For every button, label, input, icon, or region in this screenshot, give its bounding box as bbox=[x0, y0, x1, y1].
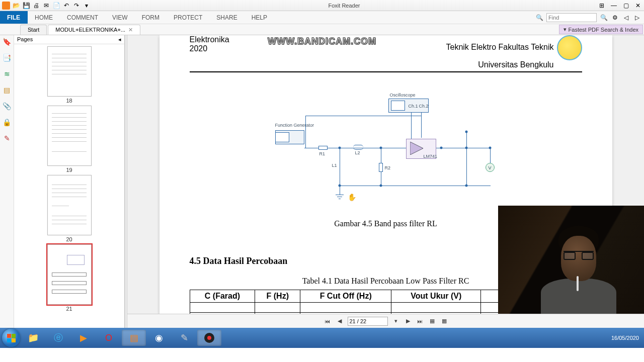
thumb-label: 18 bbox=[47, 98, 92, 104]
thumbnail[interactable] bbox=[47, 244, 92, 305]
task-chrome[interactable]: ◉ bbox=[147, 330, 171, 346]
undo-icon[interactable]: ↶ bbox=[62, 2, 70, 10]
tab-share[interactable]: SHARE bbox=[209, 11, 244, 24]
tab-protect[interactable]: PROTECT bbox=[167, 11, 209, 24]
minimize-icon[interactable]: — bbox=[610, 2, 618, 10]
attachments-icon[interactable]: 📎 bbox=[3, 102, 12, 111]
window-title: Foxit Reader bbox=[91, 3, 598, 9]
doc-tab-modul[interactable]: MODUL+ELEKTRONIKA+... ✕ bbox=[48, 25, 140, 35]
prev-page-icon[interactable]: ◀ bbox=[336, 317, 344, 325]
task-pdf[interactable]: ▤ bbox=[122, 330, 146, 346]
last-page-icon[interactable]: ⏭ bbox=[416, 317, 424, 325]
print-icon[interactable]: 🖨 bbox=[32, 2, 40, 10]
label-l1: L1 bbox=[332, 163, 337, 168]
task-wmp[interactable]: ▶ bbox=[71, 330, 96, 346]
th-fcut: F Cut Off (Hz) bbox=[300, 290, 391, 303]
task-ie[interactable]: ⓔ bbox=[46, 330, 70, 346]
layers-icon[interactable]: ≋ bbox=[3, 69, 12, 78]
thumb-label: 19 bbox=[47, 167, 92, 173]
find-input[interactable] bbox=[546, 13, 597, 22]
left-toolbar: 🔖 📑 ≋ ▤ 📎 🔒 ✎ bbox=[0, 35, 14, 328]
search-icon[interactable]: 🔍 bbox=[535, 14, 543, 22]
th-voutukur: Vout Ukur (V) bbox=[391, 290, 481, 303]
label-oscilloscope: Oscilloscope bbox=[390, 93, 416, 98]
close-tab-icon[interactable]: ✕ bbox=[128, 27, 133, 33]
tab-help[interactable]: HELP bbox=[245, 11, 274, 24]
tab-form[interactable]: FORM bbox=[135, 11, 167, 24]
tab-file[interactable]: FILE bbox=[0, 11, 28, 24]
document-tab-bar: Start MODUL+ELEKTRONIKA+... ✕ ▾ Fastest … bbox=[0, 24, 644, 35]
system-tray[interactable]: 16/05/2020 bbox=[611, 335, 642, 341]
doc-header: Elektronika 2020 Teknik Elektro Fakultas… bbox=[190, 35, 582, 72]
close-window-icon[interactable]: ✕ bbox=[634, 2, 642, 10]
app-icon bbox=[2, 2, 10, 10]
tab-comment[interactable]: COMMENT bbox=[60, 11, 105, 24]
view-mode2-icon[interactable]: ▩ bbox=[440, 317, 448, 325]
prev-result-icon[interactable]: ◁ bbox=[622, 14, 630, 22]
view-mode1-icon[interactable]: ▦ bbox=[428, 317, 436, 325]
watermark: WWW.BANDICAM.COM bbox=[268, 36, 376, 47]
th-f: F (Hz) bbox=[255, 290, 300, 303]
label-ch1: Ch.1 bbox=[409, 104, 418, 109]
thumb-18[interactable]: 18 bbox=[47, 46, 92, 104]
email-icon[interactable]: ✉ bbox=[42, 2, 50, 10]
tab-view[interactable]: VIEW bbox=[105, 11, 135, 24]
taskbar: 📁 ⓔ ▶ O ▤ ◉ ✎ 16/05/2020 bbox=[0, 328, 644, 348]
thumb-21[interactable]: 21 bbox=[47, 244, 92, 312]
next-result-icon[interactable]: ▷ bbox=[633, 14, 641, 22]
hdr-subject: Elektronika bbox=[190, 35, 229, 44]
tab-home[interactable]: HOME bbox=[28, 11, 60, 24]
thumbnail-list[interactable]: 18 19 20 21 bbox=[14, 44, 124, 328]
bookmark-icon[interactable]: 🔖 bbox=[3, 37, 12, 46]
task-bandicam[interactable] bbox=[197, 330, 221, 346]
maximize-icon[interactable]: ▢ bbox=[622, 2, 630, 10]
circuit-schematic: Oscilloscope Ch.1 Ch.2 Function Generato… bbox=[275, 93, 497, 213]
gear-icon[interactable]: ⚙ bbox=[611, 14, 619, 22]
doc-tab-start[interactable]: Start bbox=[20, 25, 47, 35]
thumbnail[interactable] bbox=[47, 46, 92, 97]
hdr-faculty: Teknik Elektro Fakultas Teknik bbox=[446, 43, 553, 51]
doc-tab-start-label: Start bbox=[28, 27, 39, 33]
comments-icon[interactable]: ▤ bbox=[3, 85, 12, 95]
find-go-icon[interactable]: 🔍 bbox=[600, 14, 608, 22]
collapse-panel-icon[interactable]: ◂ bbox=[118, 36, 121, 43]
save-icon[interactable]: 💾 bbox=[22, 2, 30, 10]
thumbnail[interactable] bbox=[47, 106, 92, 166]
signature-icon[interactable]: ✎ bbox=[3, 134, 12, 143]
security-icon[interactable]: 🔒 bbox=[3, 118, 12, 127]
task-app1[interactable]: ✎ bbox=[172, 330, 196, 346]
ribbon: FILE HOME COMMENT VIEW FORM PROTECT SHAR… bbox=[0, 11, 644, 24]
page-number-input[interactable] bbox=[348, 317, 388, 326]
thumb-20[interactable]: 20 bbox=[47, 175, 92, 242]
pages-panel-title: Pages bbox=[17, 36, 33, 43]
redo-icon[interactable]: ↷ bbox=[72, 2, 80, 10]
open-icon[interactable]: 📂 bbox=[12, 2, 20, 10]
label-ch2: Ch.2 bbox=[419, 104, 429, 109]
task-explorer[interactable]: 📁 bbox=[21, 330, 45, 346]
webcam-overlay bbox=[498, 206, 644, 314]
page-dropdown-icon[interactable]: ▾ bbox=[392, 317, 400, 325]
document-viewport[interactable]: Elektronika 2020 Teknik Elektro Fakultas… bbox=[127, 35, 644, 328]
label-function-generator: Function Generator bbox=[275, 123, 314, 128]
hdr-university: Universitas Bengkulu bbox=[478, 60, 553, 69]
promo-banner[interactable]: ▾ Fastest PDF Search & Index bbox=[559, 25, 643, 34]
ribbon-min-icon[interactable]: ⊞ bbox=[598, 2, 606, 10]
hand-cursor-icon: ✋ bbox=[348, 193, 356, 201]
next-page-icon[interactable]: ▶ bbox=[404, 317, 412, 325]
label-r2: R2 bbox=[385, 165, 391, 170]
university-logo bbox=[557, 35, 582, 60]
thumb-19[interactable]: 19 bbox=[47, 106, 92, 173]
first-page-icon[interactable]: ⏮ bbox=[324, 317, 332, 325]
task-opera[interactable]: O bbox=[97, 330, 121, 346]
windows-logo-icon bbox=[7, 334, 16, 342]
start-button[interactable] bbox=[2, 329, 20, 347]
thumbnail[interactable] bbox=[47, 175, 92, 235]
qat-dropdown-icon[interactable]: ▾ bbox=[83, 2, 91, 10]
label-r1: R1 bbox=[319, 151, 326, 156]
new-icon[interactable]: 📄 bbox=[52, 2, 60, 10]
chevron-down-icon: ▾ bbox=[564, 26, 567, 33]
hdr-year: 2020 bbox=[190, 44, 229, 53]
pages-panel-header: Pages ◂ bbox=[14, 35, 124, 44]
status-bar: ⏮ ◀ ▾ ▶ ⏭ ▦ ▩ bbox=[127, 314, 644, 328]
pages-icon[interactable]: 📑 bbox=[3, 53, 12, 62]
